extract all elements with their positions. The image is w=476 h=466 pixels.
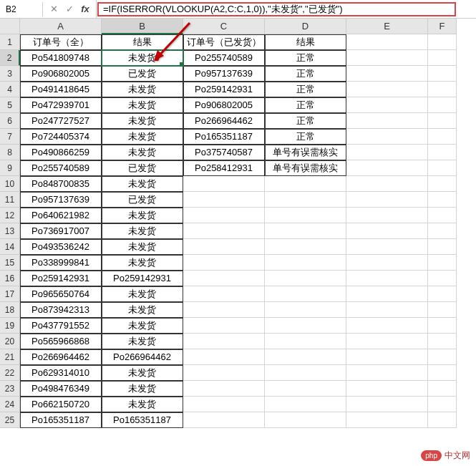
cell-E7[interactable] — [346, 129, 428, 145]
cell-A5[interactable]: Po472939701 — [20, 97, 102, 113]
cell-A4[interactable]: Po491418645 — [20, 82, 102, 97]
cell-F14[interactable] — [428, 239, 457, 255]
cell-C21[interactable] — [183, 349, 265, 365]
cell-C8[interactable]: Po375740587 — [183, 145, 265, 160]
cell-F10[interactable] — [428, 176, 457, 192]
cell-E18[interactable] — [346, 302, 428, 318]
cell-B12[interactable]: 未发货 — [102, 208, 183, 223]
row-header-6[interactable]: 6 — [0, 113, 20, 129]
cell-E15[interactable] — [346, 255, 428, 271]
cell-D24[interactable] — [265, 397, 346, 412]
cell-B4[interactable]: 未发货 — [102, 82, 183, 97]
cell-A6[interactable]: Po247727527 — [20, 113, 102, 129]
cell-F7[interactable] — [428, 129, 457, 145]
cell-A9[interactable]: Po255740589 — [20, 160, 102, 176]
cell-F17[interactable] — [428, 286, 457, 302]
cell-E14[interactable] — [346, 239, 428, 255]
cell-B1[interactable]: 结果 — [102, 34, 183, 50]
cell-E13[interactable] — [346, 223, 428, 239]
cell-C25[interactable] — [183, 412, 265, 428]
row-header-19[interactable]: 19 — [0, 318, 20, 334]
cell-D17[interactable] — [265, 286, 346, 302]
cell-E16[interactable] — [346, 271, 428, 286]
cell-B6[interactable]: 未发货 — [102, 113, 183, 129]
cell-C2[interactable]: Po255740589 — [183, 50, 265, 66]
cell-F6[interactable] — [428, 113, 457, 129]
cell-F21[interactable] — [428, 349, 457, 365]
cell-A2[interactable]: Po541809748 — [20, 50, 102, 66]
cell-C23[interactable] — [183, 381, 265, 397]
cell-A8[interactable]: Po490866259 — [20, 145, 102, 160]
cell-A3[interactable]: Po906802005 — [20, 66, 102, 82]
row-header-16[interactable]: 16 — [0, 271, 20, 286]
cell-F5[interactable] — [428, 97, 457, 113]
cell-E20[interactable] — [346, 334, 428, 349]
cell-F4[interactable] — [428, 82, 457, 97]
cell-E10[interactable] — [346, 176, 428, 192]
cell-B16[interactable]: Po259142931 — [102, 271, 183, 286]
row-header-13[interactable]: 13 — [0, 223, 20, 239]
cell-F24[interactable] — [428, 397, 457, 412]
cell-B15[interactable]: 未发货 — [102, 255, 183, 271]
cell-D23[interactable] — [265, 381, 346, 397]
cell-A14[interactable]: Po493536242 — [20, 239, 102, 255]
cell-D9[interactable]: 单号有误需核实 — [265, 160, 346, 176]
cell-E24[interactable] — [346, 397, 428, 412]
cell-E12[interactable] — [346, 208, 428, 223]
cell-E3[interactable] — [346, 66, 428, 82]
cell-A24[interactable]: Po662150720 — [20, 397, 102, 412]
cell-B9[interactable]: 已发货 — [102, 160, 183, 176]
row-header-3[interactable]: 3 — [0, 66, 20, 82]
cell-A18[interactable]: Po873942313 — [20, 302, 102, 318]
cell-B18[interactable]: 未发货 — [102, 302, 183, 318]
row-header-25[interactable]: 25 — [0, 412, 20, 428]
column-header-E[interactable]: E — [346, 19, 428, 34]
cell-C11[interactable] — [183, 192, 265, 208]
cell-A13[interactable]: Po736917007 — [20, 223, 102, 239]
cell-D16[interactable] — [265, 271, 346, 286]
row-header-17[interactable]: 17 — [0, 286, 20, 302]
cell-B21[interactable]: Po266964462 — [102, 349, 183, 365]
cell-B13[interactable]: 未发货 — [102, 223, 183, 239]
cell-C3[interactable]: Po957137639 — [183, 66, 265, 82]
cell-A11[interactable]: Po957137639 — [20, 192, 102, 208]
cell-E23[interactable] — [346, 381, 428, 397]
row-header-7[interactable]: 7 — [0, 129, 20, 145]
cell-D14[interactable] — [265, 239, 346, 255]
cell-B11[interactable]: 已发货 — [102, 192, 183, 208]
cell-F3[interactable] — [428, 66, 457, 82]
cell-B22[interactable]: 未发货 — [102, 365, 183, 381]
cancel-icon[interactable]: ✕ — [46, 4, 62, 14]
cell-E17[interactable] — [346, 286, 428, 302]
cell-B20[interactable]: 未发货 — [102, 334, 183, 349]
cell-C7[interactable]: Po165351187 — [183, 129, 265, 145]
cell-D22[interactable] — [265, 365, 346, 381]
cell-F9[interactable] — [428, 160, 457, 176]
cell-B8[interactable]: 未发货 — [102, 145, 183, 160]
cell-E5[interactable] — [346, 97, 428, 113]
row-header-22[interactable]: 22 — [0, 365, 20, 381]
cell-D10[interactable] — [265, 176, 346, 192]
cell-B7[interactable]: 未发货 — [102, 129, 183, 145]
cell-C19[interactable] — [183, 318, 265, 334]
name-box[interactable]: B2 — [0, 2, 43, 16]
cell-E11[interactable] — [346, 192, 428, 208]
cell-C18[interactable] — [183, 302, 265, 318]
cell-F16[interactable] — [428, 271, 457, 286]
cell-A19[interactable]: Po437791552 — [20, 318, 102, 334]
cell-F12[interactable] — [428, 208, 457, 223]
cell-A20[interactable]: Po565966868 — [20, 334, 102, 349]
cell-E4[interactable] — [346, 82, 428, 97]
cell-C16[interactable] — [183, 271, 265, 286]
cell-E1[interactable] — [346, 34, 428, 50]
row-header-9[interactable]: 9 — [0, 160, 20, 176]
cell-F13[interactable] — [428, 223, 457, 239]
cell-A22[interactable]: Po629314010 — [20, 365, 102, 381]
cell-D8[interactable]: 单号有误需核实 — [265, 145, 346, 160]
cell-E2[interactable] — [346, 50, 428, 66]
cell-C1[interactable]: 订单号（已发货） — [183, 34, 265, 50]
cell-D3[interactable]: 正常 — [265, 66, 346, 82]
cell-D19[interactable] — [265, 318, 346, 334]
cell-A12[interactable]: Po640621982 — [20, 208, 102, 223]
column-header-C[interactable]: C — [183, 19, 265, 34]
